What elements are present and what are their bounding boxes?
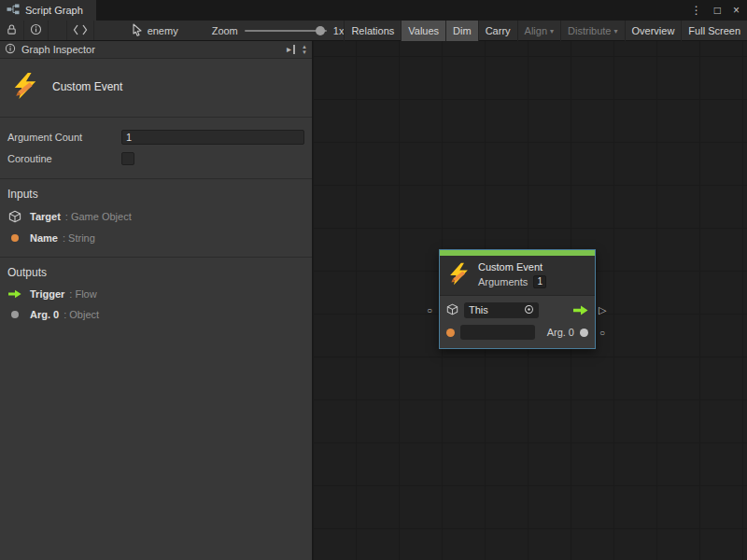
outputs-section: Outputs Trigger: Flow Arg. 0: Object (0, 258, 312, 333)
arg0-output-label: Arg. 0 (547, 327, 574, 338)
toolbar-button-distribute[interactable]: Distribute▾ (560, 21, 624, 41)
toolbar-button-full-screen[interactable]: Full Screen (681, 21, 747, 41)
port-name: Arg. 0 (30, 309, 59, 320)
zoom-slider-knob[interactable] (316, 26, 325, 35)
info-icon (5, 43, 16, 56)
tab-script-graph[interactable]: Script Graph (0, 0, 96, 21)
port-name: Target (30, 211, 61, 222)
button-label: Distribute (568, 25, 611, 36)
value-output-connection-port[interactable]: ○ (599, 329, 605, 338)
toolbar-buttons: Relations Values Dim Carry Align▾ Distri… (344, 21, 747, 41)
node-title: Custom Event (478, 261, 546, 273)
name-port-row: Arg. 0 (446, 324, 588, 341)
toolbar-button-carry[interactable]: Carry (478, 21, 517, 41)
target-dropdown[interactable]: This (464, 302, 539, 318)
maximize-icon[interactable]: □ (714, 4, 721, 17)
target-dropdown-value: This (469, 304, 488, 315)
panel-title: Graph Inspector (21, 44, 95, 55)
button-label: Align (525, 25, 547, 36)
window-titlebar: Script Graph ⋮ □ × (0, 0, 747, 21)
inputs-title: Inputs (7, 188, 304, 201)
toolbar-spacer (49, 21, 67, 40)
graph-toolbar: enemy Zoom 1x Relations Values Dim Carry… (0, 21, 747, 41)
arguments-count-field[interactable]: 1 (533, 275, 546, 288)
button-label: Overview (632, 25, 675, 36)
graph-breadcrumb[interactable]: enemy (132, 21, 178, 40)
input-connection-port[interactable]: ○ (427, 306, 432, 315)
chevron-down-icon: ▾ (550, 27, 554, 35)
toolbar-button-dim[interactable]: Dim (445, 21, 478, 41)
script-graph-icon (7, 4, 20, 17)
zoom-slider-track (245, 30, 327, 32)
argument-count-row: Argument Count (7, 129, 304, 145)
game-object-cube-icon (446, 303, 458, 317)
tab-title: Script Graph (25, 5, 83, 16)
button-label: Values (408, 25, 439, 36)
unit-header: Custom Event (0, 59, 312, 118)
code-icon (73, 24, 88, 37)
graph-inspector-header: Graph Inspector ▸ ▲▼ (0, 41, 312, 59)
button-label: Carry (486, 25, 511, 36)
button-label: Relations (351, 25, 394, 36)
io-row-trigger: Trigger: Flow (7, 288, 304, 300)
target-picker-icon[interactable] (524, 304, 534, 316)
node-header-text: Custom Event Arguments 1 (478, 261, 546, 288)
arg0-output: Arg. 0 (547, 327, 588, 338)
dock-panel-icon[interactable]: ▸ (287, 45, 295, 54)
unity-script-graph-window: Script Graph ⋮ □ × (0, 0, 747, 560)
lock-icon (6, 23, 18, 37)
trigger-flow-port-icon[interactable] (573, 305, 588, 315)
window-menu-icon[interactable]: ⋮ (691, 4, 702, 17)
coroutine-label: Coroutine (7, 153, 121, 164)
toolbar-button-relations[interactable]: Relations (344, 21, 401, 41)
button-label: Dim (453, 25, 472, 36)
string-port-icon (7, 234, 21, 242)
inspector-toggle-button[interactable] (24, 21, 49, 40)
toolbar-button-align[interactable]: Align▾ (517, 21, 560, 41)
zoom-control: Zoom 1x (212, 21, 345, 40)
port-type: : Object (63, 309, 99, 320)
lock-button[interactable] (0, 21, 24, 40)
flow-output-connection-port[interactable]: ▷ (599, 305, 606, 315)
button-label: Full Screen (688, 25, 740, 36)
custom-event-bolt-icon (11, 72, 39, 102)
toolbar-button-overview[interactable]: Overview (625, 21, 682, 41)
toolbar-button-values[interactable]: Values (401, 21, 445, 41)
port-name: Trigger (30, 288, 64, 300)
outputs-title: Outputs (7, 266, 304, 279)
inspector-header-tools: ▸ ▲▼ (287, 44, 307, 55)
edit-script-button[interactable] (67, 21, 94, 40)
argument-count-label: Argument Count (7, 132, 121, 143)
stepper-down-icon[interactable]: ▼ (302, 49, 307, 55)
coroutine-checkbox[interactable] (121, 152, 134, 165)
node-body: This Arg. 0 (440, 296, 595, 348)
info-icon (30, 23, 42, 37)
name-value-input[interactable] (460, 325, 535, 340)
node-custom-event[interactable]: Custom Event Arguments 1 This (439, 249, 596, 349)
scroll-stepper[interactable]: ▲▼ (302, 44, 307, 55)
io-row-target: Target: Game Object (7, 210, 304, 223)
game-object-cube-icon (7, 210, 21, 223)
node-header[interactable]: Custom Event Arguments 1 (440, 256, 595, 296)
argument-count-input[interactable] (121, 130, 304, 145)
arguments-label: Arguments (478, 276, 528, 287)
flow-arrow-icon (7, 289, 21, 299)
port-type: : Flow (69, 288, 96, 300)
zoom-value: 1x (333, 25, 345, 36)
port-type: : Game Object (65, 211, 132, 222)
zoom-label: Zoom (212, 25, 238, 36)
string-port-icon[interactable] (446, 329, 455, 337)
node-arguments: Arguments 1 (478, 275, 546, 288)
io-row-name: Name: String (7, 232, 304, 244)
object-port-icon[interactable] (580, 329, 588, 337)
coroutine-row: Coroutine (7, 150, 304, 166)
graph-canvas[interactable]: Custom Event Arguments 1 This (313, 41, 747, 560)
close-icon[interactable]: × (733, 4, 740, 17)
graph-crumb-label: enemy (148, 25, 178, 36)
zoom-slider[interactable] (245, 21, 327, 41)
target-port-row: This (446, 301, 588, 318)
io-row-arg0: Arg. 0: Object (7, 309, 304, 320)
inputs-section: Inputs Target: Game Object Name: String (0, 179, 312, 258)
cursor-icon (132, 23, 143, 38)
chevron-down-icon: ▾ (614, 27, 618, 35)
